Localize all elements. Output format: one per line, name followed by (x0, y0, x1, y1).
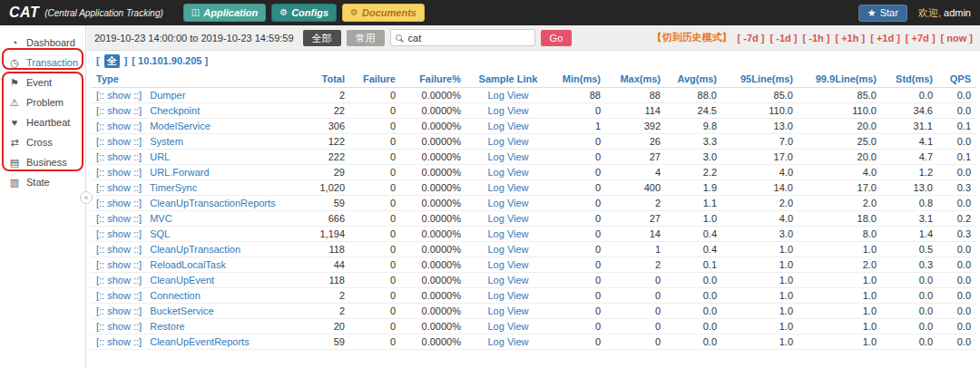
sidebar-item-cross[interactable]: ⇄ Cross (0, 132, 85, 152)
sidebar-item-event[interactable]: ⚑ Event (0, 73, 85, 92)
failure-pct-cell: 0.0000% (401, 165, 466, 180)
type-link[interactable]: ReloadLocalTask (150, 259, 226, 270)
sidebar-item-dashboard[interactable]: ◔ Dashboard (0, 33, 85, 53)
sidebar-collapse-toggle[interactable]: « (80, 191, 93, 204)
max-cell: 0 (606, 273, 666, 288)
time-link-minus-7d[interactable]: [ -7d ] (738, 33, 765, 44)
header-failure[interactable]: Failure (350, 71, 401, 88)
time-link-minus-1d[interactable]: [ -1d ] (770, 33, 798, 44)
header-avg[interactable]: Avg(ms) (666, 71, 722, 88)
type-link[interactable]: ModelService (150, 121, 211, 131)
all-filter-button[interactable]: 全部 (303, 30, 341, 46)
type-link[interactable]: MVC (150, 213, 172, 224)
all-machines-badge[interactable]: 全 (104, 54, 120, 68)
show-toggle-link[interactable]: [:: show ::] (96, 136, 142, 147)
time-link-minus-1h[interactable]: [ -1h ] (803, 33, 830, 44)
log-view-link[interactable]: Log View (487, 167, 528, 178)
sidebar-item-transaction[interactable]: ◷ Transaction (0, 53, 85, 73)
sidebar-item-state[interactable]: ▥ State (0, 172, 85, 192)
type-link[interactable]: CleanUpEventReports (150, 336, 249, 347)
type-link[interactable]: CleanUpTransactionReports (150, 198, 275, 208)
type-link[interactable]: BucketService (150, 305, 213, 316)
table-row: [:: show ::] CleanUpTransactionReports 5… (91, 196, 976, 211)
avg-cell: 1.1 (666, 196, 722, 211)
header-type[interactable]: Type (91, 71, 294, 88)
time-link-now[interactable]: [ now ] (941, 33, 973, 44)
nav-application-button[interactable]: ◫ Application (183, 4, 266, 22)
header-std[interactable]: Std(ms) (882, 71, 938, 88)
machine-ip-link[interactable]: [ 10.101.90.205 ] (132, 55, 208, 66)
type-link[interactable]: Dumper (150, 90, 185, 101)
qps-cell: 0.0 (938, 196, 976, 211)
nav-configs-button[interactable]: ⚙ Configs (271, 4, 337, 22)
show-toggle-link[interactable]: [:: show ::] (96, 290, 142, 301)
common-filter-button[interactable]: 常用 (347, 30, 385, 46)
welcome-user[interactable]: 欢迎, admin (918, 6, 971, 20)
show-toggle-link[interactable]: [:: show ::] (96, 121, 142, 131)
header-total[interactable]: Total (294, 71, 350, 88)
log-view-link[interactable]: Log View (487, 290, 528, 301)
header-999line[interactable]: 99.9Line(ms) (799, 71, 882, 88)
header-failure-pct[interactable]: Failure% (401, 71, 466, 88)
failure-cell: 0 (350, 88, 401, 103)
log-view-link[interactable]: Log View (487, 182, 528, 193)
show-toggle-link[interactable]: [:: show ::] (96, 244, 142, 255)
type-link[interactable]: Checkpoint (150, 105, 200, 116)
header-max[interactable]: Max(ms) (606, 71, 666, 88)
log-view-link[interactable]: Log View (487, 213, 528, 224)
show-toggle-link[interactable]: [:: show ::] (96, 105, 142, 116)
type-link[interactable]: System (150, 136, 183, 147)
show-toggle-link[interactable]: [:: show ::] (96, 305, 142, 316)
type-link[interactable]: URL.Forward (150, 167, 209, 178)
header-sample-link[interactable]: Sample Link (466, 71, 550, 88)
time-link-plus-7d[interactable]: [ +7d ] (906, 33, 936, 44)
show-toggle-link[interactable]: [:: show ::] (96, 228, 142, 239)
type-link[interactable]: Restore (150, 321, 185, 332)
type-link[interactable]: CleanUpEvent (150, 275, 214, 286)
failure-cell: 0 (350, 242, 401, 257)
log-view-link[interactable]: Log View (487, 244, 528, 255)
show-toggle-link[interactable]: [:: show ::] (96, 198, 142, 208)
transaction-table: Type Total Failure Failure% Sample Link … (91, 71, 976, 350)
log-view-link[interactable]: Log View (487, 90, 528, 101)
nav-documents-button[interactable]: ⚙ Documents (342, 4, 425, 22)
type-link[interactable]: URL (150, 151, 170, 162)
log-view-link[interactable]: Log View (487, 321, 528, 332)
type-link[interactable]: SQL (150, 228, 170, 239)
star-button[interactable]: ★ Star (858, 5, 907, 22)
search-input[interactable] (407, 32, 520, 44)
show-toggle-link[interactable]: [:: show ::] (96, 167, 142, 178)
time-link-plus-1h[interactable]: [ +1h ] (835, 33, 865, 44)
log-view-link[interactable]: Log View (487, 105, 528, 116)
log-view-link[interactable]: Log View (487, 136, 528, 147)
type-link[interactable]: CleanUpTransaction (150, 244, 240, 255)
log-view-link[interactable]: Log View (487, 259, 528, 270)
show-toggle-link[interactable]: [:: show ::] (96, 275, 142, 286)
log-view-link[interactable]: Log View (487, 275, 528, 286)
show-toggle-link[interactable]: [:: show ::] (96, 151, 142, 162)
sidebar-item-problem[interactable]: ⚠ Problem (0, 92, 85, 112)
log-view-link[interactable]: Log View (487, 228, 528, 239)
go-button[interactable]: Go (541, 30, 573, 46)
header-qps[interactable]: QPS (938, 71, 976, 88)
type-link[interactable]: Connection (150, 290, 201, 301)
show-toggle-link[interactable]: [:: show ::] (96, 90, 142, 101)
switch-history-mode-link[interactable]: 【切到历史模式】 (652, 31, 732, 44)
sidebar-item-business[interactable]: ▤ Business (0, 152, 85, 172)
std-cell: 1.2 (882, 165, 938, 180)
show-toggle-link[interactable]: [:: show ::] (96, 213, 142, 224)
sidebar-item-heartbeat[interactable]: ♥ Heartbeat (0, 112, 85, 132)
log-view-link[interactable]: Log View (487, 198, 528, 208)
log-view-link[interactable]: Log View (487, 305, 528, 316)
type-link[interactable]: TimerSync (150, 182, 197, 193)
log-view-link[interactable]: Log View (487, 151, 528, 162)
show-toggle-link[interactable]: [:: show ::] (96, 182, 142, 193)
show-toggle-link[interactable]: [:: show ::] (96, 336, 142, 347)
time-link-plus-1d[interactable]: [ +1d ] (870, 33, 900, 44)
header-min[interactable]: Min(ms) (550, 71, 606, 88)
log-view-link[interactable]: Log View (487, 121, 528, 131)
log-view-link[interactable]: Log View (487, 336, 528, 347)
show-toggle-link[interactable]: [:: show ::] (96, 259, 142, 270)
show-toggle-link[interactable]: [:: show ::] (96, 321, 142, 332)
header-95line[interactable]: 95Line(ms) (722, 71, 799, 88)
